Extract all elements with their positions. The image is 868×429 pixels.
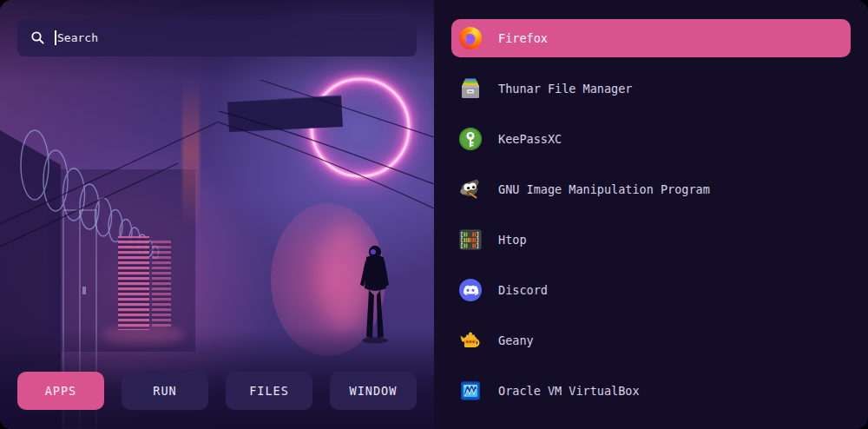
tab-run[interactable]: RUN <box>122 372 208 410</box>
app-row-htop[interactable]: Htop <box>451 221 851 259</box>
search-bar[interactable] <box>17 19 417 56</box>
app-label: GNU Image Manipulation Program <box>498 182 710 196</box>
app-label: Firefox <box>498 31 548 45</box>
gimp-icon <box>458 177 483 201</box>
app-row-thunar[interactable]: Thunar File Manager <box>451 69 851 108</box>
search-input[interactable] <box>56 31 417 44</box>
virtualbox-icon <box>458 379 483 403</box>
app-row-gimp[interactable]: GNU Image Manipulation Program <box>451 170 851 208</box>
app-label: Oracle VM VirtualBox <box>498 384 640 398</box>
wallpaper-panel: APPS RUN FILES WINDOW <box>0 0 434 429</box>
app-label: Discord <box>498 283 548 297</box>
mode-tabs: APPS RUN FILES WINDOW <box>17 372 417 410</box>
app-row-virtualbox[interactable]: Oracle VM VirtualBox <box>451 372 851 410</box>
tab-apps[interactable]: APPS <box>17 372 104 410</box>
firefox-icon <box>458 26 483 50</box>
app-label: Htop <box>498 233 527 247</box>
wallpaper-art <box>0 0 434 429</box>
geany-icon <box>458 328 483 353</box>
search-icon <box>30 30 45 45</box>
app-label: KeePassXC <box>498 132 562 146</box>
thunar-icon <box>458 76 483 101</box>
app-row-keepassxc[interactable]: KeePassXC <box>451 120 851 158</box>
discord-icon <box>458 278 483 302</box>
app-row-firefox[interactable]: Firefox <box>451 19 851 57</box>
keepassxc-icon <box>458 127 483 151</box>
htop-icon <box>458 228 483 252</box>
launcher-window: APPS RUN FILES WINDOW <box>0 0 868 429</box>
app-list: Firefox Thunar File Manager <box>434 0 868 429</box>
app-row-discord[interactable]: Discord <box>451 271 851 309</box>
tab-files[interactable]: FILES <box>226 372 312 410</box>
app-label: Geany <box>498 333 534 347</box>
tab-window[interactable]: WINDOW <box>330 372 417 410</box>
app-label: Thunar File Manager <box>498 82 632 96</box>
app-row-geany[interactable]: Geany <box>451 321 851 360</box>
